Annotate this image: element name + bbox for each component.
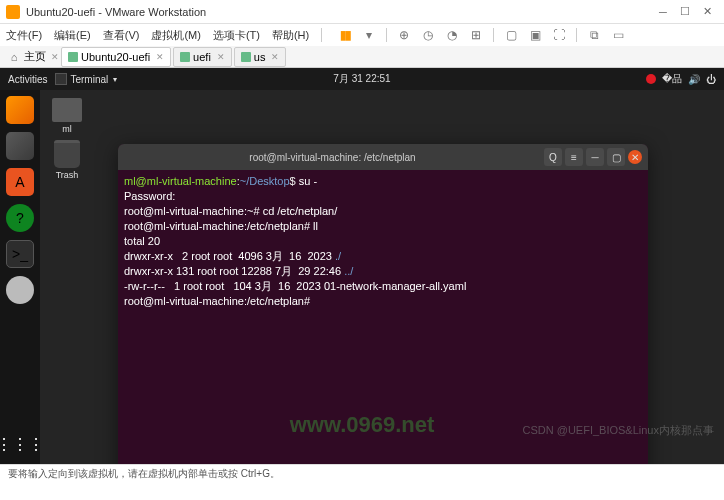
help-icon[interactable]: ? xyxy=(6,204,34,232)
fullscreen-icon[interactable]: ⛶ xyxy=(550,26,568,44)
notification-icon[interactable] xyxy=(646,74,656,84)
tab-ubuntu20[interactable]: Ubuntu20-uefi✕ xyxy=(61,47,171,67)
clock[interactable]: 7月 31 22:51 xyxy=(333,72,390,86)
terminal-dock-icon[interactable]: >_ xyxy=(6,240,34,268)
tab-close-icon[interactable]: ✕ xyxy=(156,52,164,62)
status-text: 要将输入定向到该虚拟机，请在虚拟机内部单击或按 Ctrl+G。 xyxy=(8,467,280,481)
divider xyxy=(386,28,387,42)
vmware-logo-icon xyxy=(6,5,20,19)
vmware-toolbar: ▮▮ ▾ ⊕ ◷ ◔ ⊞ ▢ ▣ ⛶ ⧉ ▭ xyxy=(336,26,627,44)
tab-close-icon[interactable]: ✕ xyxy=(51,52,59,62)
output-line: -rw-r--r-- 1 root root 104 3月 16 2023 01… xyxy=(124,280,466,292)
divider xyxy=(576,28,577,42)
vm-viewport[interactable]: Activities Terminal▾ 7月 31 22:51 �品 🔊 ⏻ … xyxy=(0,68,724,464)
vmware-tabbar: ⌂ 主页 ✕ Ubuntu20-uefi✕ uefi✕ us✕ xyxy=(0,46,724,68)
output-line: Password: xyxy=(124,190,175,202)
fit-guest-icon[interactable]: ▢ xyxy=(502,26,520,44)
chevron-down-icon: ▾ xyxy=(113,75,117,84)
software-icon[interactable]: A xyxy=(6,168,34,196)
menu-view[interactable]: 查看(V) xyxy=(101,28,142,43)
icon-label: ml xyxy=(62,124,72,134)
screenshot-icon[interactable]: ⊞ xyxy=(467,26,485,44)
trash-icon xyxy=(54,140,80,168)
desktop-area[interactable]: ml Trash root@ml-virtual-machine: /etc/n… xyxy=(40,90,724,464)
disk-icon[interactable] xyxy=(6,276,34,304)
dir: ../ xyxy=(344,265,353,277)
tab-label: uefi xyxy=(193,51,211,63)
output-line: total 20 xyxy=(124,235,160,247)
power-icon[interactable]: ⏻ xyxy=(706,74,716,85)
terminal-output[interactable]: ml@ml-virtual-machine:~/Desktop$ su - Pa… xyxy=(118,170,648,464)
tab-label: Ubuntu20-uefi xyxy=(81,51,150,63)
output-line: drwxr-xr-x 131 root root 12288 7月 29 22:… xyxy=(124,265,344,277)
minimize-button[interactable]: ─ xyxy=(652,6,674,18)
divider xyxy=(321,28,322,42)
window-title: Ubuntu20-uefi - VMware Workstation xyxy=(26,6,652,18)
tab-uefi[interactable]: uefi✕ xyxy=(173,47,232,67)
ubuntu-dock: A ? >_ ⋮⋮⋮ xyxy=(0,90,40,464)
vm-icon xyxy=(68,52,78,62)
maximize-icon[interactable]: ▢ xyxy=(607,148,625,166)
menu-file[interactable]: 文件(F) xyxy=(4,28,44,43)
app-menu[interactable]: Terminal▾ xyxy=(55,73,117,85)
firefox-icon[interactable] xyxy=(6,96,34,124)
icon-label: Trash xyxy=(56,170,79,180)
terminal-icon xyxy=(55,73,67,85)
dir: ./ xyxy=(335,250,341,262)
menu-icon[interactable]: ≡ xyxy=(565,148,583,166)
pause-icon[interactable]: ▮▮ xyxy=(336,26,354,44)
tab-us[interactable]: us✕ xyxy=(234,47,287,67)
activities-button[interactable]: Activities xyxy=(8,74,47,85)
app-label: Terminal xyxy=(70,74,108,85)
minimize-icon[interactable]: ─ xyxy=(586,148,604,166)
dropdown-icon[interactable]: ▾ xyxy=(360,26,378,44)
vm-icon xyxy=(241,52,251,62)
divider xyxy=(493,28,494,42)
library-icon[interactable]: ▭ xyxy=(609,26,627,44)
terminal-title: root@ml-virtual-machine: /etc/netplan xyxy=(124,152,541,163)
output-line: drwxr-xr-x 2 root root 4096 3月 16 2023 xyxy=(124,250,335,262)
desktop-folder-ml[interactable]: ml xyxy=(48,98,86,134)
close-button[interactable]: ✕ xyxy=(696,5,718,18)
output-line: root@ml-virtual-machine:~# cd /etc/netpl… xyxy=(124,205,337,217)
output-line: root@ml-virtual-machine:/etc/netplan# ll xyxy=(124,220,318,232)
home-tab-label[interactable]: 主页 xyxy=(24,49,46,64)
vm-icon xyxy=(180,52,190,62)
menu-vm[interactable]: 虚拟机(M) xyxy=(149,28,203,43)
vmware-statusbar: 要将输入定向到该虚拟机，请在虚拟机内部单击或按 Ctrl+G。 xyxy=(0,464,724,482)
sound-icon[interactable]: 🔊 xyxy=(688,74,700,85)
network-icon[interactable]: �品 xyxy=(662,72,682,86)
menu-tabs[interactable]: 选项卡(T) xyxy=(211,28,262,43)
send-ctrlaltdel-icon[interactable]: ⊕ xyxy=(395,26,413,44)
terminal-titlebar[interactable]: root@ml-virtual-machine: /etc/netplan Q … xyxy=(118,144,648,170)
tab-close-icon[interactable]: ✕ xyxy=(271,52,279,62)
vmware-menubar: 文件(F) 编辑(E) 查看(V) 虚拟机(M) 选项卡(T) 帮助(H) ▮▮… xyxy=(0,24,724,46)
unity-icon[interactable]: ⧉ xyxy=(585,26,603,44)
home-icon[interactable]: ⌂ xyxy=(6,49,22,65)
menu-help[interactable]: 帮助(H) xyxy=(270,28,311,43)
maximize-button[interactable]: ☐ xyxy=(674,5,696,18)
snapshot-icon[interactable]: ◷ xyxy=(419,26,437,44)
tab-close-icon[interactable]: ✕ xyxy=(217,52,225,62)
show-apps-icon[interactable]: ⋮⋮⋮ xyxy=(6,430,34,458)
vmware-titlebar: Ubuntu20-uefi - VMware Workstation ─ ☐ ✕ xyxy=(0,0,724,24)
system-tray[interactable]: �品 🔊 ⏻ xyxy=(646,72,716,86)
search-icon[interactable]: Q xyxy=(544,148,562,166)
ubuntu-desktop-body: A ? >_ ⋮⋮⋮ ml Trash root@ml-virtual-mach… xyxy=(0,90,724,464)
fit-window-icon[interactable]: ▣ xyxy=(526,26,544,44)
tab-label: us xyxy=(254,51,266,63)
ubuntu-topbar: Activities Terminal▾ 7月 31 22:51 �品 🔊 ⏻ xyxy=(0,68,724,90)
cmd: su - xyxy=(299,175,317,187)
folder-icon xyxy=(52,98,82,122)
terminal-window[interactable]: root@ml-virtual-machine: /etc/netplan Q … xyxy=(118,144,648,464)
snapshot-mgr-icon[interactable]: ◔ xyxy=(443,26,461,44)
prompt-user: ml@ml-virtual-machine xyxy=(124,175,237,187)
prompt-path: ~/Desktop xyxy=(240,175,290,187)
files-icon[interactable] xyxy=(6,132,34,160)
close-icon[interactable]: ✕ xyxy=(628,150,642,164)
menu-edit[interactable]: 编辑(E) xyxy=(52,28,93,43)
prompt-line: root@ml-virtual-machine:/etc/netplan# xyxy=(124,295,313,307)
desktop-trash[interactable]: Trash xyxy=(48,140,86,180)
